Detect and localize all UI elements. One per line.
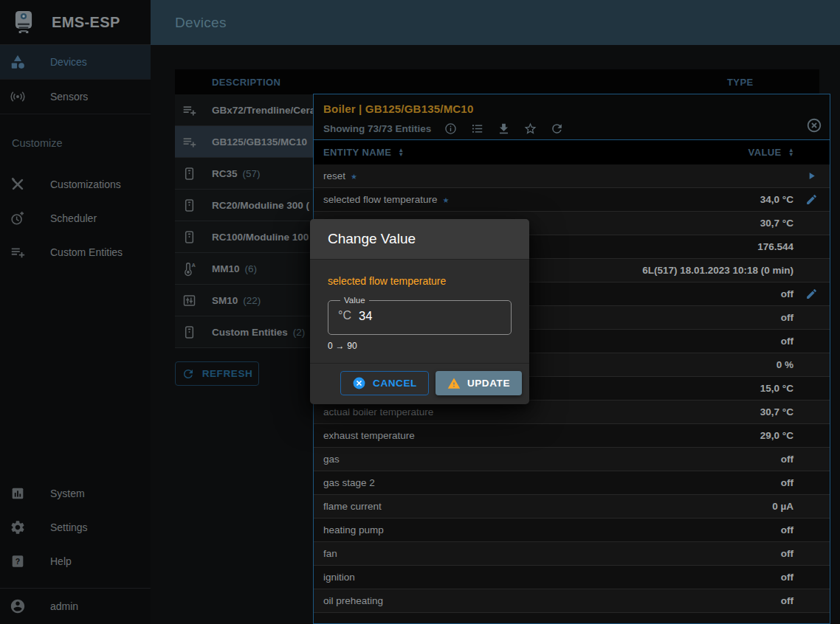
close-icon[interactable] <box>806 117 822 134</box>
cancel-label: CANCEL <box>373 378 417 389</box>
sidebar-item-customizations[interactable]: Customizations <box>0 167 151 201</box>
sidebar-item-label: Custom Entities <box>50 246 123 258</box>
device-count: (6) <box>245 263 258 274</box>
sort-icon: ▲▼ <box>788 148 794 157</box>
sidebar-item-system[interactable]: System <box>0 476 151 510</box>
sensors-icon <box>9 89 27 105</box>
sidebar-item-sensors[interactable]: Sensors <box>0 80 151 114</box>
entity-name: actual boiler temperature <box>323 406 433 417</box>
thermometer-icon: A <box>180 261 198 277</box>
column-header-entity-name: ENTITY NAME <box>323 147 391 158</box>
sidebar-item-admin[interactable]: admin <box>0 589 151 624</box>
list-icon[interactable] <box>470 122 484 136</box>
construction-icon <box>9 176 27 193</box>
update-button[interactable]: UPDATE <box>436 371 522 395</box>
entity-row[interactable]: selected flow temperature★34,0 °C <box>314 188 830 212</box>
entity-dialog-title: Boiler | GB125/GB135/MC10 <box>323 103 820 115</box>
modal-footer: CANCEL UPDATE <box>310 363 529 404</box>
column-header-type: TYPE <box>727 77 754 88</box>
refresh-label: REFRESH <box>202 368 253 379</box>
sidebar-item-scheduler[interactable]: Scheduler <box>0 201 151 235</box>
refresh-button[interactable]: REFRESH <box>175 361 259 386</box>
entity-value: 30,7 °C <box>760 218 793 229</box>
entity-row: gasoff <box>314 448 830 471</box>
sidebar-item-label: Help <box>50 555 72 567</box>
entity-row-partial <box>314 613 830 624</box>
module-icon <box>180 198 198 213</box>
star-icon[interactable] <box>523 122 537 136</box>
entity-value: off <box>781 312 793 323</box>
info-icon[interactable] <box>444 122 458 136</box>
entity-value: 0 µA <box>772 501 793 512</box>
entity-value: 6L(517) 18.01.2023 10:18 (0 min) <box>642 265 793 276</box>
gear-icon <box>9 519 27 535</box>
sidebar-item-devices[interactable]: Devices <box>0 45 151 80</box>
modal-entity-label: selected flow temperature <box>328 275 512 287</box>
user-avatar-icon <box>9 598 27 614</box>
device-name: RC20/Moduline 300 ( <box>212 200 309 211</box>
module-icon <box>180 229 198 245</box>
device-name: GBx72/Trendline/Cera <box>212 105 315 116</box>
username-label: admin <box>50 600 78 612</box>
devices-table-header: DESCRIPTION TYPE <box>175 69 819 94</box>
warning-icon <box>447 377 461 390</box>
svg-text:?: ? <box>16 557 20 566</box>
value-input[interactable] <box>359 309 447 323</box>
sidebar-nav-bottom: SystemSettings?Help <box>0 476 151 578</box>
screen: EMS-ESP DevicesSensors Customize Customi… <box>0 0 840 624</box>
value-field-label: Value <box>340 296 369 305</box>
app-logo-row: EMS-ESP <box>0 0 151 45</box>
entity-row: gas stage 2off <box>314 471 830 495</box>
device-name: GB125/GB135/MC10 <box>212 136 307 148</box>
entity-row: flame current0 µA <box>314 495 830 519</box>
update-label: UPDATE <box>467 378 510 389</box>
boiler-logo-icon <box>10 8 38 36</box>
cancel-button[interactable]: CANCEL <box>340 371 429 395</box>
entity-row: oil preheatingoff <box>314 589 830 613</box>
refresh-icon <box>182 367 195 381</box>
favorite-star-icon: ★ <box>351 173 357 181</box>
topbar: Devices <box>151 0 840 45</box>
entity-name: oil preheating <box>323 595 383 606</box>
value-field: Value °C <box>328 296 512 335</box>
entity-name: gas <box>323 454 340 465</box>
system-icon <box>9 485 27 502</box>
column-header-description: DESCRIPTION <box>212 77 280 88</box>
entity-row[interactable]: reset★ <box>314 164 830 188</box>
playlist-add-icon <box>9 244 27 260</box>
refresh-icon[interactable] <box>550 122 564 136</box>
edit-icon[interactable] <box>793 193 830 206</box>
svg-text:A: A <box>191 261 196 268</box>
sidebar-item-custom-entities[interactable]: Custom Entities <box>0 235 151 269</box>
sidebar: EMS-ESP DevicesSensors Customize Customi… <box>0 0 151 624</box>
modal-title: Change Value <box>310 219 529 260</box>
entity-name: fan <box>323 548 337 559</box>
entity-value: 30,7 °C <box>760 406 793 417</box>
edit-icon[interactable] <box>793 288 830 300</box>
sidebar-item-settings[interactable]: Settings <box>0 510 151 544</box>
sort-value[interactable]: VALUE ▲▼ <box>748 147 794 158</box>
entity-value: off <box>781 288 793 299</box>
module-icon <box>180 325 198 340</box>
entity-name: gas stage 2 <box>323 477 375 488</box>
device-count: (2) <box>293 327 306 338</box>
playlist-add-icon <box>180 134 198 150</box>
play-icon[interactable] <box>793 170 830 182</box>
sort-entity-name[interactable]: ENTITY NAME ▲▼ <box>323 147 404 158</box>
download-icon[interactable] <box>497 122 511 136</box>
entity-name: heating pump <box>323 524 384 535</box>
change-value-modal: Change Value selected flow temperature V… <box>310 219 529 404</box>
entity-dialog-header: Boiler | GB125/GB135/MC10 Showing 73/73 … <box>314 94 830 140</box>
sidebar-item-label: Sensors <box>50 91 88 103</box>
devices-icon <box>9 54 27 70</box>
entity-name: exhaust temperature <box>323 430 415 441</box>
sidebar-item-label: Scheduler <box>50 212 97 224</box>
module-icon <box>180 166 198 181</box>
entity-value: 34,0 °C <box>760 194 793 205</box>
sidebar-section-customize: Customize <box>0 130 151 156</box>
entity-value: off <box>781 336 793 347</box>
device-name: SM10(22) <box>212 295 261 306</box>
device-count: (57) <box>243 168 261 179</box>
playlist-add-icon <box>180 103 198 118</box>
sidebar-item-help[interactable]: ?Help <box>0 544 151 578</box>
